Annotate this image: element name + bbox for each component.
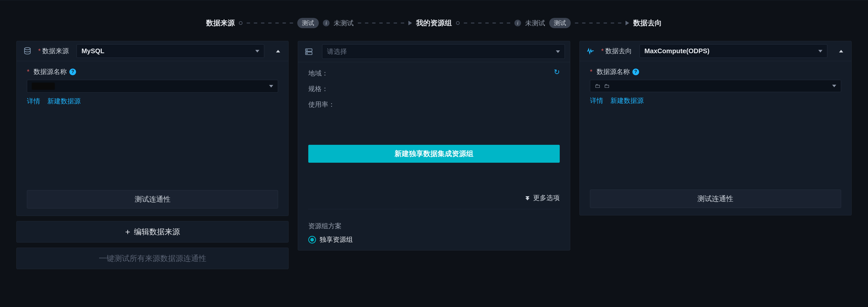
usage-row: 使用率： — [308, 100, 559, 109]
rail-dashes-2 — [358, 23, 404, 24]
progress-rail: 数据来源 测试 i 未测试 我的资源组 i 未测试 测试 数据去向 — [0, 15, 868, 31]
waveform-icon — [585, 45, 596, 57]
arrow-right-icon — [625, 21, 629, 25]
dest-panel-body: *数据源名称 ? 🗀 🗀 详情 新建数据源 测试连通性 — [580, 61, 851, 215]
chevron-up-icon — [839, 50, 843, 53]
collapse-toggle[interactable] — [273, 46, 283, 56]
detail-link[interactable]: 详情 — [27, 97, 40, 106]
refresh-icon[interactable]: ↻ — [554, 68, 560, 76]
test-connectivity-button[interactable]: 测试连通性 — [590, 190, 841, 208]
source-header-label: *数据来源 — [38, 46, 69, 56]
dest-column: *数据去向 MaxCompute(ODPS) *数据源名称 ? 🗀 🗀 — [580, 41, 851, 215]
rail-resource-group-label: 我的资源组 — [416, 18, 452, 28]
columns: *数据来源 MySQL *数据源名称 ? 详情 新建数据源 — [0, 41, 868, 269]
rail-untested-1: 未测试 — [334, 19, 353, 28]
radio-selected-icon — [308, 236, 316, 244]
chevron-down-icon — [818, 50, 823, 53]
more-options-toggle[interactable]: 更多选项 — [308, 194, 559, 202]
folder-icon: 🗀 — [595, 82, 600, 89]
dashed-separator — [308, 209, 559, 209]
svg-point-4 — [307, 53, 308, 54]
redacted-value — [32, 82, 55, 90]
help-icon[interactable]: ? — [632, 69, 639, 75]
top-divider — [0, 0, 868, 15]
rail-untested-2: 未测试 — [525, 19, 545, 28]
chevron-down-icon — [556, 50, 560, 53]
dest-header-label: *数据去向 — [601, 46, 632, 56]
chevron-down-icon — [269, 85, 273, 88]
folder-icon: 🗀 — [604, 82, 610, 89]
plus-icon: + — [125, 228, 130, 236]
resource-group-column: 请选择 ↻ 地域： 规格： 使用率： 新建独享数据集成资源组 更多选项 资源组方… — [298, 41, 570, 250]
source-name-label: *数据源名称 ? — [27, 67, 278, 76]
source-column: *数据来源 MySQL *数据源名称 ? 详情 新建数据源 — [17, 41, 288, 269]
dest-panel: *数据去向 MaxCompute(ODPS) *数据源名称 ? 🗀 🗀 — [580, 41, 851, 215]
source-panel-body: *数据源名称 ? 详情 新建数据源 测试连通性 — [17, 61, 288, 216]
arrow-right-icon — [408, 21, 412, 25]
double-chevron-down-icon — [525, 196, 529, 200]
info-icon[interactable]: i — [515, 20, 521, 26]
source-type-select[interactable]: MySQL — [76, 44, 264, 58]
rail-dashes-3 — [464, 23, 510, 24]
region-row: 地域： — [308, 69, 559, 78]
source-links: 详情 新建数据源 — [27, 97, 278, 106]
source-name-select[interactable] — [27, 80, 278, 93]
dest-type-select[interactable]: MaxCompute(ODPS) — [640, 44, 827, 58]
rail-dot-1 — [239, 21, 243, 25]
resource-group-header: 请选择 — [298, 41, 570, 62]
rail-source-label: 数据来源 — [206, 18, 235, 28]
chevron-down-icon — [255, 50, 259, 53]
rail-dashes-4 — [575, 23, 621, 24]
resource-group-scheme: 资源组方案 独享资源组 — [298, 221, 570, 250]
test-connectivity-button[interactable]: 测试连通性 — [27, 190, 278, 208]
rail-dot-2 — [456, 21, 460, 25]
source-panel-header: *数据来源 MySQL — [17, 41, 288, 61]
source-panel: *数据来源 MySQL *数据源名称 ? 详情 新建数据源 — [17, 41, 288, 216]
new-datasource-link[interactable]: 新建数据源 — [48, 97, 81, 106]
server-icon — [303, 46, 314, 57]
edit-source-button[interactable]: + 编辑数据来源 — [17, 221, 288, 242]
dest-panel-header: *数据去向 MaxCompute(ODPS) — [580, 41, 851, 61]
create-exclusive-resource-group-button[interactable]: 新建独享数据集成资源组 — [308, 145, 559, 163]
help-icon[interactable]: ? — [69, 69, 76, 75]
scheme-title: 资源组方案 — [308, 221, 559, 231]
chevron-down-icon — [832, 85, 836, 87]
resource-group-select[interactable]: 请选择 — [322, 44, 565, 59]
rail-test-pill-2[interactable]: 测试 — [549, 18, 571, 28]
svg-point-0 — [25, 47, 30, 49]
more-options-label: 更多选项 — [533, 194, 560, 202]
edit-source-label: 编辑数据来源 — [134, 227, 180, 237]
source-type-value: MySQL — [82, 47, 104, 55]
rail-dest-label: 数据去向 — [633, 18, 662, 28]
new-datasource-link[interactable]: 新建数据源 — [611, 96, 644, 105]
rail-test-pill-1[interactable]: 测试 — [297, 18, 319, 28]
collapse-toggle[interactable] — [836, 46, 846, 56]
chevron-up-icon — [276, 50, 280, 53]
database-icon — [22, 45, 33, 57]
resource-group-panel: 请选择 ↻ 地域： 规格： 使用率： 新建独享数据集成资源组 更多选项 资源组方… — [298, 41, 570, 250]
dest-links: 详情 新建数据源 — [590, 96, 841, 105]
resource-group-body: ↻ 地域： 规格： 使用率： 新建独享数据集成资源组 更多选项 — [298, 62, 570, 221]
info-icon[interactable]: i — [323, 20, 330, 26]
exclusive-radio[interactable]: 独享资源组 — [308, 235, 559, 244]
dest-type-value: MaxCompute(ODPS) — [645, 47, 710, 55]
svg-point-3 — [307, 49, 308, 50]
rail-dashes-1 — [247, 23, 293, 24]
resource-group-placeholder: 请选择 — [327, 47, 347, 56]
bulk-test-button[interactable]: 一键测试所有来源数据源连通性 — [17, 248, 288, 269]
detail-link[interactable]: 详情 — [590, 96, 603, 105]
dest-name-select[interactable]: 🗀 🗀 — [590, 80, 841, 92]
exclusive-radio-label: 独享资源组 — [319, 235, 353, 244]
spec-row: 规格： — [308, 84, 559, 93]
dest-name-label: *数据源名称 ? — [590, 67, 841, 76]
